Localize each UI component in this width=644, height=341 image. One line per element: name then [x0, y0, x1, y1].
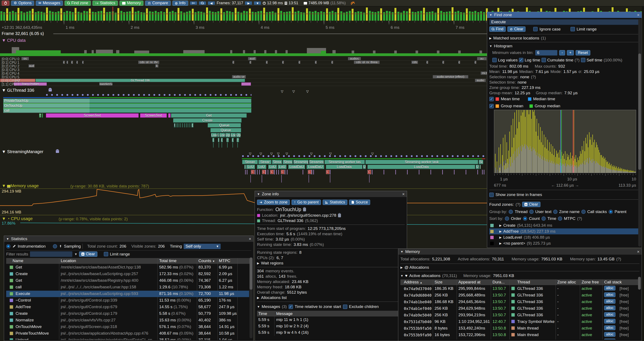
help-icon[interactable]: (?)	[516, 202, 520, 207]
collapsed-zone-marker[interactable]: ▽	[306, 90, 309, 93]
zone-statistics-button[interactable]: Statistics	[323, 200, 347, 205]
zone-|[interactable]: |	[480, 165, 481, 169]
column-header-thread[interactable]: Thread	[517, 280, 530, 284]
log-values-checkbox[interactable]	[492, 58, 497, 62]
reset-button[interactable]: Reset	[576, 50, 590, 56]
zone-Loa[interactable]: Loa	[230, 133, 236, 137]
find-button[interactable]: Find	[489, 27, 506, 32]
c-zone-marker[interactable]: C	[262, 170, 266, 174]
zone-ScreenText[interactable]: ScreenText	[140, 113, 167, 118]
collapsed-zone-marker[interactable]: ▽	[281, 90, 284, 93]
radio-order[interactable]	[505, 216, 509, 221]
help-icon[interactable]: (?)	[616, 257, 621, 261]
close-icon[interactable]: ×	[637, 249, 640, 254]
zone-([interactable]: (	[212, 138, 214, 142]
zoom-to-zone-button[interactable]: Zoom to zone	[257, 200, 290, 205]
clipboard-icon[interactable]	[303, 208, 306, 211]
alloc-callstack-button[interactable]: alloc	[604, 332, 616, 337]
zone-LoadDaU[interactable]: LoadDaU	[288, 165, 305, 169]
self-time-checkbox[interactable]	[581, 58, 586, 62]
c-zone-marker[interactable]: C	[326, 170, 330, 174]
cpu-zone-aud[interactable]: aud	[248, 57, 256, 60]
message-row[interactable]: 5.59 smip 10 w 2 h 2 (4)	[257, 323, 405, 329]
found-clear-button[interactable]: xClear	[522, 202, 540, 207]
zone-LoadData[interactable]: LoadData	[326, 165, 362, 169]
zone-!S[interactable]: !S	[39, 113, 41, 118]
cpu-zone-c[interactable]: c	[66, 61, 68, 64]
alloc-callstack-button[interactable]: alloc	[604, 292, 616, 297]
allocation-row[interactable]: 0x7553b9fa508 bytes153,492,240ns13:50.8M…	[400, 325, 639, 331]
messages-button[interactable]: ✉Messages	[36, 1, 63, 6]
message-row[interactable]: 5.59 smip 9 w 4 h 4 (16)	[257, 329, 405, 336]
min-bin-input[interactable]: 6	[535, 50, 558, 56]
next-frame-button[interactable]: ▶	[245, 1, 252, 5]
mean-time-checkbox[interactable]: ✓	[489, 97, 494, 101]
allocation-row[interactable]: 0x74ab9e5040256 KB293,994,219ns13:50.7GL…	[400, 312, 639, 318]
column-header-mtpc[interactable]: MTPC	[219, 258, 230, 263]
allocation-row[interactable]: 0x74a9d68040256 KB295,668,489ns13:50.7GL…	[400, 292, 639, 298]
power-button[interactable]	[2, 1, 10, 6]
alloc-callstack-button[interactable]: alloc	[604, 299, 616, 304]
table-row[interactable]: calljni/../jni/../../../src/claw/base/Lu…	[6, 284, 249, 290]
time-relative-checkbox[interactable]: ✓	[288, 304, 293, 309]
cpu-zone-audio[interactable]: audio	[475, 79, 486, 82]
zone-LoadData[interactable]: LoadData	[368, 165, 475, 169]
zone-Up[interactable]: Up	[225, 133, 230, 137]
instrumentation-radio[interactable]	[6, 244, 10, 248]
zone-Streaming[interactable]: Streaming	[293, 160, 308, 164]
cpu-zone-c[interactable]: c	[315, 61, 317, 64]
clear-filter-button[interactable]: xClear	[79, 251, 97, 257]
zone-E[interactable]: E	[174, 123, 175, 128]
column-header-call-stack[interactable]: Call stack	[604, 280, 622, 284]
zone-U[interactable]: U	[476, 165, 479, 169]
cpu-zone-audio.se[interactable]: audio.se	[232, 75, 246, 79]
wait-regions-expander[interactable]: ▶Wait regions	[257, 261, 405, 265]
cumulate-time-checkbox[interactable]	[542, 58, 546, 62]
cpu-zone-kworker/u[interactable]: kworker/u	[99, 82, 112, 86]
zone-Up[interactable]: Up	[236, 133, 241, 137]
cpu-zone-k[interactable]: k	[155, 64, 158, 68]
radio-thread[interactable]	[509, 210, 513, 214]
find-zone-titlebar[interactable]: ▼ Find zone ×	[487, 12, 642, 18]
zone-U[interactable]: U	[217, 133, 219, 137]
zone-([interactable]: (	[221, 138, 223, 142]
zone-bar[interactable]	[168, 113, 171, 118]
prev-frame-button[interactable]: ◀	[208, 1, 215, 5]
collapse-icon[interactable]: ▼	[257, 305, 260, 308]
cpu-zone-audio.service (effect)[interactable]: audio.service (effect)	[432, 75, 468, 79]
alloc-callstack-button[interactable]: alloc	[604, 306, 616, 310]
zone-info-titlebar[interactable]: ▼ Zone info ×	[255, 191, 407, 197]
clipboard-icon[interactable]	[338, 214, 341, 217]
zone-Queue[interactable]: Queue	[208, 123, 241, 128]
cpu-zone-c[interactable]: c	[71, 61, 73, 64]
zone-Strean[interactable]: Strean	[242, 160, 258, 164]
glthread-header[interactable]: ▼ GLThread 336	[2, 88, 34, 93]
cpu-zone-cds_ol_rx_threa[interactable]: cds_ol_rx_threa	[354, 61, 380, 64]
cpu-usage-header[interactable]: ▼ ◔ CPU usage	[2, 216, 32, 221]
table-row[interactable]: Createjni/../jni/src/claw/base/LuaScript…	[6, 271, 249, 277]
alloc-callstack-button[interactable]: alloc	[604, 286, 616, 290]
cpu-zone-c[interactable]: c	[266, 61, 268, 64]
zone-Get[interactable]: Get	[171, 113, 247, 118]
cpu-zone-GLThread 336[interactable]: GLThread 336	[36, 79, 245, 82]
collapse-icon[interactable]: ▼	[400, 250, 404, 253]
found-zone-row[interactable]: ▶LoadLevel(18) 406.88 µs	[489, 234, 640, 240]
column-header-total-time[interactable]: Total time	[159, 258, 176, 263]
allocation-row[interactable]: 0x7553b9fa9016 bytes153,722,396ns13:50.8…	[400, 332, 639, 338]
cpu-zone-c[interactable]: c	[232, 61, 234, 64]
cpu-zone-os[interactable]: os	[21, 57, 29, 60]
table-row[interactable]: ~Controljni/../jni/src/guif/Control.cpp:…	[6, 297, 249, 304]
cpu-zone-c[interactable]: c	[426, 61, 428, 64]
find-zone-button[interactable]: Find zone	[64, 1, 91, 6]
zone-St[interactable]: St	[479, 160, 483, 164]
cpu-zone-c[interactable]: c	[82, 61, 84, 64]
alloc-callstack-button[interactable]: alloc	[604, 312, 616, 317]
sampling-radio[interactable]	[53, 244, 57, 248]
cpu-zone-c[interactable]: c	[249, 61, 252, 64]
column-header-zone-alloc[interactable]: Zone alloc	[557, 280, 576, 284]
radio-call-stacks[interactable]	[581, 210, 586, 214]
zone-bar[interactable]	[190, 123, 190, 128]
clear-button[interactable]: ⊘Clear	[508, 27, 526, 32]
c-zone-marker[interactable]: C	[281, 170, 284, 174]
column-header-appeared-at[interactable]: Appeared at	[458, 280, 480, 284]
